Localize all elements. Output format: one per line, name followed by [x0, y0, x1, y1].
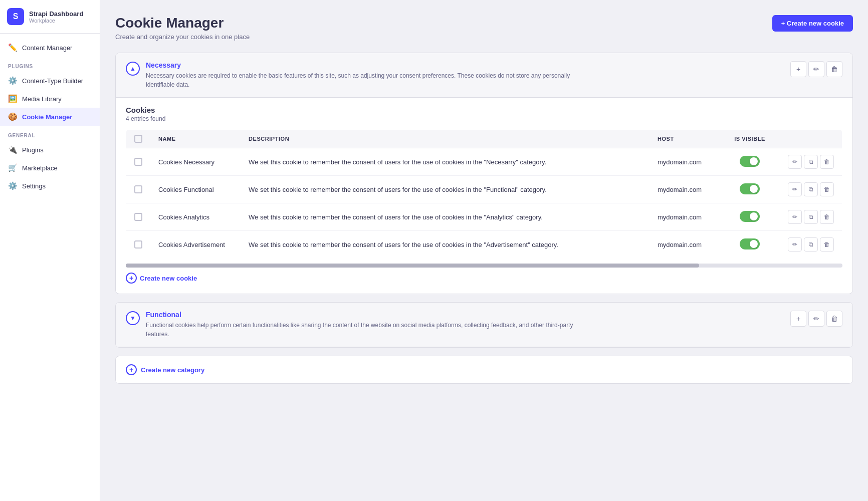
- functional-category-description: Functional cookies help perform certain …: [146, 321, 597, 339]
- cookie-copy-2[interactable]: ⧉: [804, 210, 818, 224]
- necessary-edit-button[interactable]: ✏: [808, 61, 824, 77]
- cookie-delete-1[interactable]: 🗑: [820, 182, 834, 196]
- row-checkbox-2[interactable]: [134, 213, 142, 221]
- cookie-description-0: We set this cookie to remember the conse…: [241, 148, 649, 176]
- brand-icon: S: [7, 8, 24, 25]
- cookie-name-0: Cookies Necessary: [150, 148, 241, 176]
- cookie-edit-0[interactable]: ✏: [788, 155, 802, 169]
- plus-circle-icon: +: [126, 273, 137, 284]
- cookie-name-1: Cookies Functional: [150, 176, 241, 203]
- cookie-delete-0[interactable]: 🗑: [820, 155, 834, 169]
- sidebar-item-settings[interactable]: ⚙️ Settings: [0, 177, 100, 195]
- marketplace-icon: 🛒: [8, 163, 17, 172]
- content-type-icon: ⚙️: [8, 76, 17, 85]
- cookie-visible-2: [720, 203, 780, 231]
- functional-add-button[interactable]: +: [790, 311, 806, 327]
- sidebar-item-content-manager[interactable]: ✏️ Content Manager: [0, 39, 100, 57]
- cookie-host-1: mydomain.com: [649, 176, 720, 203]
- row-checkbox-1[interactable]: [134, 185, 142, 193]
- arrow-down-icon: ▼: [130, 315, 136, 322]
- header-is-visible: IS VISIBLE: [720, 130, 780, 148]
- cookie-copy-3[interactable]: ⧉: [804, 237, 818, 252]
- cookie-toggle-3[interactable]: [740, 238, 760, 249]
- cookie-host-0: mydomain.com: [649, 148, 720, 176]
- select-all-checkbox[interactable]: [134, 135, 142, 143]
- functional-category-header: ▼ Functional Functional cookies help per…: [116, 303, 852, 347]
- sidebar-nav: ✏️ Content Manager PLUGINS ⚙️ Content-Ty…: [0, 34, 100, 200]
- functional-edit-button[interactable]: ✏: [808, 311, 824, 327]
- horizontal-scrollbar[interactable]: [126, 264, 842, 268]
- header-actions: [780, 130, 842, 148]
- header-checkbox-col: [126, 130, 151, 148]
- brand-title: Strapi Dashboard: [29, 10, 83, 18]
- functional-category-actions: + ✏ 🗑: [790, 311, 842, 327]
- cookie-delete-2[interactable]: 🗑: [820, 210, 834, 224]
- necessary-delete-button[interactable]: 🗑: [826, 61, 842, 77]
- sidebar: S Strapi Dashboard Workplace ✏️ Content …: [0, 0, 100, 501]
- table-row: Cookies Advertisement We set this cookie…: [126, 231, 842, 259]
- cookie-description-3: We set this cookie to remember the conse…: [241, 231, 649, 259]
- header-name: NAME: [150, 130, 241, 148]
- cookie-edit-2[interactable]: ✏: [788, 210, 802, 224]
- cookie-name-2: Cookies Analytics: [150, 203, 241, 231]
- cookies-table: NAME DESCRIPTION HOST IS VISIBLE Cookies…: [126, 129, 842, 259]
- table-row: Cookies Functional We set this cookie to…: [126, 176, 842, 203]
- main-content: Cookie Manager Create and organize your …: [100, 0, 868, 501]
- cookie-host-3: mydomain.com: [649, 231, 720, 259]
- functional-collapse-button[interactable]: ▼: [126, 311, 140, 325]
- arrow-up-icon: ▲: [130, 65, 136, 72]
- plugins-section-label: PLUGINS: [0, 57, 100, 72]
- general-section-label: GENERAL: [0, 126, 100, 141]
- scrollbar-thumb: [126, 264, 699, 268]
- create-cookie-link[interactable]: + Create new cookie: [126, 268, 842, 284]
- page-subtitle: Create and organize your cookies in one …: [115, 33, 250, 41]
- cookie-toggle-0[interactable]: [740, 156, 760, 167]
- cookie-edit-1[interactable]: ✏: [788, 182, 802, 196]
- header-host: HOST: [649, 130, 720, 148]
- sidebar-item-content-type-builder[interactable]: ⚙️ Content-Type Builder: [0, 72, 100, 90]
- functional-delete-button[interactable]: 🗑: [826, 311, 842, 327]
- settings-icon: ⚙️: [8, 181, 17, 190]
- plugins-icon: 🔌: [8, 145, 17, 154]
- row-checkbox-0[interactable]: [134, 158, 142, 166]
- necessary-category-name: Necessary: [146, 61, 597, 69]
- cookie-toggle-1[interactable]: [740, 183, 760, 194]
- brand: S Strapi Dashboard Workplace: [0, 0, 100, 34]
- necessary-category-description: Necessary cookies are required to enable…: [146, 71, 597, 89]
- cookies-count: 4 entries found: [126, 115, 842, 122]
- cookie-copy-1[interactable]: ⧉: [804, 182, 818, 196]
- necessary-category-card: ▲ Necessary Necessary cookies are requir…: [115, 53, 853, 294]
- cookie-copy-0[interactable]: ⧉: [804, 155, 818, 169]
- cookie-description-1: We set this cookie to remember the conse…: [241, 176, 649, 203]
- cookie-name-3: Cookies Advertisement: [150, 231, 241, 259]
- necessary-collapse-button[interactable]: ▲: [126, 62, 140, 76]
- cookie-visible-1: [720, 176, 780, 203]
- table-row: Cookies Analytics We set this cookie to …: [126, 203, 842, 231]
- cookie-edit-3[interactable]: ✏: [788, 237, 802, 252]
- create-category-label: Create new category: [141, 366, 204, 374]
- cookie-toggle-2[interactable]: [740, 211, 760, 222]
- brand-subtitle: Workplace: [29, 18, 83, 24]
- cookies-section-title: Cookies: [126, 106, 842, 114]
- sidebar-item-media-library[interactable]: 🖼️ Media Library: [0, 90, 100, 108]
- necessary-category-header: ▲ Necessary Necessary cookies are requir…: [116, 53, 852, 98]
- row-checkbox-3[interactable]: [134, 240, 142, 248]
- cookie-manager-icon: 🍪: [8, 112, 17, 121]
- functional-category-name: Functional: [146, 311, 597, 319]
- page-header: Cookie Manager Create and organize your …: [115, 15, 853, 41]
- cookie-host-2: mydomain.com: [649, 203, 720, 231]
- create-category-row[interactable]: + Create new category: [115, 356, 853, 384]
- sidebar-item-marketplace[interactable]: 🛒 Marketplace: [0, 159, 100, 177]
- sidebar-item-cookie-manager[interactable]: 🍪 Cookie Manager: [0, 108, 100, 126]
- cookie-delete-3[interactable]: 🗑: [820, 237, 834, 252]
- table-header-row: NAME DESCRIPTION HOST IS VISIBLE: [126, 130, 842, 148]
- necessary-cookies-section: Cookies 4 entries found NAME DESCRIPTION…: [116, 98, 852, 294]
- cookie-description-2: We set this cookie to remember the conse…: [241, 203, 649, 231]
- necessary-add-button[interactable]: +: [790, 61, 806, 77]
- page-title: Cookie Manager: [115, 15, 250, 31]
- sidebar-item-plugins[interactable]: 🔌 Plugins: [0, 141, 100, 159]
- header-description: DESCRIPTION: [241, 130, 649, 148]
- create-new-cookie-button[interactable]: + Create new cookie: [772, 15, 853, 32]
- cookie-visible-3: [720, 231, 780, 259]
- create-category-plus-icon: +: [126, 364, 137, 375]
